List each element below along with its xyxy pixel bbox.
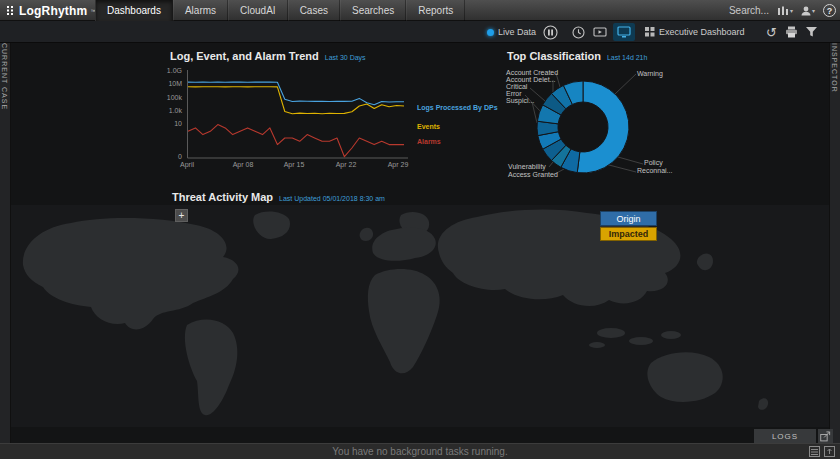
donut-label-critical[interactable]: Critical (506, 83, 527, 90)
live-data-indicator[interactable]: Live Data (487, 21, 536, 43)
series-label-events[interactable]: Events (417, 123, 440, 130)
trend-xtick-0: April (171, 161, 203, 168)
reset-button[interactable]: ↺ (766, 21, 777, 43)
help-icon[interactable]: ? (823, 4, 836, 17)
dashboard-selector-label: Executive Dashboard (659, 27, 745, 37)
logs-panel-tab[interactable]: LOGS (754, 429, 816, 443)
chevron-down-icon: ▾ (812, 7, 815, 14)
present-mode-button[interactable] (593, 21, 607, 43)
series-label-alarms[interactable]: Alarms (417, 138, 441, 145)
trend-xtick-4: Apr 29 (382, 161, 414, 168)
top-nav-bar: LogRhythm ™ Dashboards Alarms CloudAI Ca… (0, 0, 840, 21)
series-label-logs[interactable]: Logs Processed By DPs (417, 104, 498, 111)
donut-label-policy[interactable]: Policy (644, 159, 663, 166)
undo-icon: ↺ (766, 26, 777, 39)
classification-panel-title: Top ClassificationLast 14d 21h (507, 50, 647, 62)
classification-title-text: Top Classification (507, 50, 601, 62)
print-button[interactable] (785, 21, 798, 43)
world-map-svg (11, 205, 829, 427)
brand-name: LogRhythm (19, 4, 87, 18)
clock-icon (572, 26, 585, 39)
column-settings-menu[interactable]: ▾ (777, 6, 793, 16)
pause-button[interactable] (543, 21, 558, 43)
inspector-rail[interactable]: INSPECTOR (829, 21, 840, 443)
trend-ytick-2: 100k (152, 94, 182, 101)
trend-title-text: Log, Event, and Alarm Trend (170, 50, 319, 62)
tab-cloudai[interactable]: CloudAI (228, 0, 288, 21)
history-button[interactable] (572, 21, 585, 43)
trend-subtitle: Last 30 Days (325, 54, 366, 61)
trend-xtick-2: Apr 15 (278, 161, 310, 168)
donut-label-warning[interactable]: Warning (637, 70, 663, 77)
threat-activity-map[interactable] (11, 205, 829, 427)
donut-label-account-created[interactable]: Account Created (506, 69, 558, 76)
grid-icon (645, 27, 655, 37)
open-panel-icon[interactable] (824, 446, 835, 457)
map-legend-origin-button[interactable]: Origin (600, 211, 657, 226)
chevron-down-icon: ▾ (790, 7, 793, 14)
presentation-icon (593, 27, 607, 38)
user-menu[interactable]: ▾ (801, 6, 815, 16)
background-tasks-message: You have no background tasks running. (332, 446, 507, 457)
tab-searches[interactable]: Searches (340, 0, 406, 21)
live-data-label: Live Data (498, 27, 536, 37)
filter-button[interactable] (805, 21, 818, 43)
trend-ytick-0: 1.0G (152, 67, 182, 74)
current-case-rail-label: CURRENT CASE (1, 43, 8, 110)
donut-label-suspicious[interactable]: Suspici... (506, 97, 534, 104)
pause-icon (543, 25, 558, 40)
dashboard-toolbar: Live Data Executive Dashboar (0, 21, 840, 43)
classification-subtitle: Last 14d 21h (607, 54, 647, 61)
logs-expand-button[interactable] (818, 429, 833, 443)
trend-panel-title: Log, Event, and Alarm TrendLast 30 Days (170, 50, 366, 62)
tab-alarms[interactable]: Alarms (173, 0, 228, 21)
expand-icon (820, 431, 831, 442)
map-legend-impacted-button[interactable]: Impacted (600, 227, 657, 241)
dashboard-selector[interactable]: Executive Dashboard (645, 21, 745, 43)
task-list-icon[interactable] (809, 446, 820, 457)
trend-xtick-1: Apr 08 (227, 161, 259, 168)
donut-label-error[interactable]: Error (506, 90, 522, 97)
monitor-view-button[interactable] (613, 21, 635, 43)
tab-reports[interactable]: Reports (406, 0, 465, 21)
map-subtitle: Last Updated 05/01/2018 8:30 am (279, 195, 385, 202)
logrhythm-dots-icon (6, 4, 16, 17)
trend-chart-svg (186, 66, 413, 170)
filter-funnel-icon (805, 26, 818, 38)
donut-label-vulnerability[interactable]: Vulnerability (508, 163, 546, 170)
trend-ytick-4: 10 (152, 120, 182, 127)
map-zoom-in-button[interactable]: + (175, 209, 188, 222)
map-title-text: Threat Activity Map (172, 191, 273, 203)
search-input[interactable]: Search... (729, 5, 769, 16)
logrhythm-logo: LogRhythm ™ (6, 0, 95, 21)
live-status-dot-icon (487, 29, 494, 36)
tab-cases[interactable]: Cases (288, 0, 340, 21)
status-bar: You have no background tasks running. (0, 443, 840, 459)
current-case-rail[interactable]: CURRENT CASE (0, 21, 11, 443)
map-panel-title: Threat Activity MapLast Updated 05/01/20… (172, 191, 385, 203)
sliders-icon (777, 6, 789, 16)
trend-xtick-3: Apr 22 (330, 161, 362, 168)
monitor-icon (617, 26, 631, 38)
trend-ytick-3: 1.0k (152, 107, 182, 114)
donut-label-account-deleted[interactable]: Account Delet... (506, 76, 555, 83)
tab-dashboards[interactable]: Dashboards (95, 0, 173, 21)
monitor-tile (613, 23, 635, 41)
printer-icon (785, 26, 798, 38)
trend-ytick-5: 0 (152, 153, 182, 160)
donut-label-reconnaissance[interactable]: Reconnai... (637, 167, 672, 174)
nav-right-cluster: Search... ▾ ▾ ? (729, 0, 836, 21)
donut-label-access-granted[interactable]: Access Granted (508, 171, 558, 178)
primary-nav-tabs: Dashboards Alarms CloudAI Cases Searches… (95, 0, 465, 21)
status-bar-icons (809, 446, 835, 457)
inspector-rail-label: INSPECTOR (831, 43, 838, 93)
trend-ytick-1: 10M (152, 80, 182, 87)
user-icon (801, 6, 811, 16)
